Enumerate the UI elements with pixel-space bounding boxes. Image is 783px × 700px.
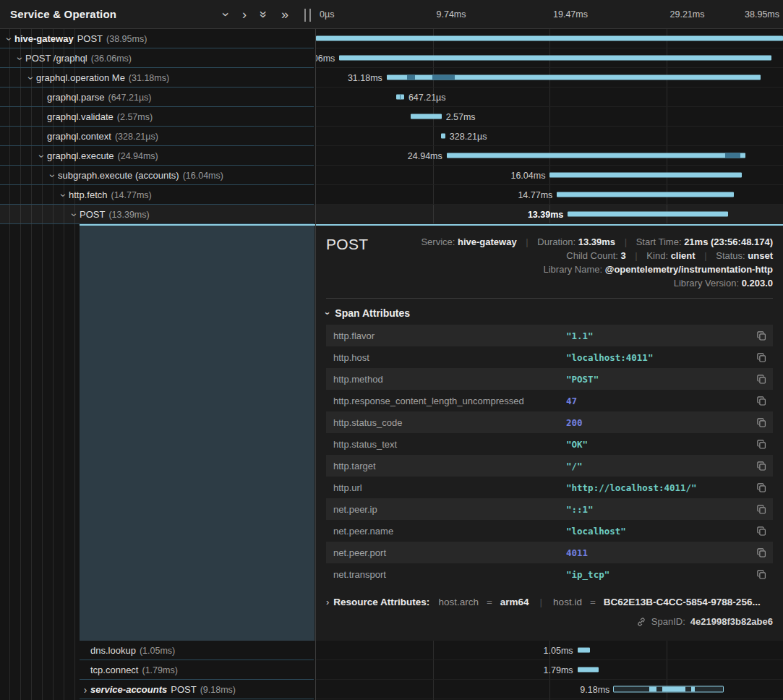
span-row[interactable]: ›hive-gatewayPOST(38.95ms) — [0, 29, 783, 48]
collapse-all-icon[interactable]: » — [257, 10, 270, 17]
span-timeline-cell[interactable]: 31.18ms — [316, 68, 783, 88]
collapse-one-icon[interactable]: › — [220, 12, 233, 17]
span-row[interactable]: ›POST(13.39ms)13.39ms — [0, 205, 783, 224]
span-timeline-cell[interactable]: 2.57ms — [316, 107, 783, 127]
collapse-icon[interactable]: › — [38, 152, 46, 161]
span-row[interactable]: ›http.fetch(14.77ms)14.77ms — [0, 185, 783, 205]
span-name-cell[interactable]: ›http.fetch(14.77ms) — [0, 185, 316, 205]
resource-attributes-row[interactable]: › Resource Attributes: host.arch arm64 h… — [326, 597, 773, 607]
span-operation-label: POST — [171, 684, 196, 695]
span-name-cell[interactable]: ›POST /graphql(36.06ms) — [0, 48, 316, 68]
copy-icon[interactable] — [750, 526, 767, 537]
link-icon[interactable] — [636, 617, 646, 627]
collapse-icon[interactable]: › — [70, 210, 79, 219]
panel-resizer-handle[interactable] — [304, 9, 311, 22]
copy-icon[interactable] — [750, 461, 767, 471]
copy-icon[interactable] — [750, 569, 767, 580]
span-bar[interactable]: 328.21µs — [441, 134, 445, 139]
attribute-key: http.status_text — [333, 439, 566, 450]
span-row[interactable]: tcp.connect(1.79ms)1.79ms — [0, 660, 783, 680]
span-timeline-cell[interactable]: 36.06ms — [316, 48, 783, 68]
collapse-icon[interactable]: › — [59, 191, 68, 200]
span-row[interactable]: graphql.parse(647.21µs)647.21µs — [0, 88, 783, 107]
copy-icon[interactable] — [750, 547, 767, 558]
expand-icon[interactable]: › — [326, 597, 329, 607]
span-duration-label: (16.04ms) — [183, 171, 223, 181]
span-name-cell[interactable]: graphql.validate(2.57ms) — [0, 107, 316, 127]
copy-icon[interactable] — [750, 330, 767, 341]
span-id-row: SpanID: 4e21998f3b82abe6 — [326, 616, 773, 627]
span-timeline-cell[interactable]: 328.21µs — [316, 127, 783, 146]
copy-icon[interactable] — [750, 396, 767, 406]
span-operation-label: graphql.execute — [47, 150, 114, 161]
attribute-row: net.peer.ip"::1" — [326, 498, 773, 520]
span-name-cell[interactable]: graphql.context(328.21µs) — [0, 127, 316, 146]
span-name-cell[interactable]: ›graphql.execute(24.94ms) — [0, 146, 316, 166]
span-name-cell[interactable]: ›graphql.operation Me(31.18ms) — [0, 68, 316, 88]
collapse-icon[interactable]: › — [16, 54, 25, 63]
span-bar[interactable]: 647.21µs — [396, 95, 404, 100]
span-bar[interactable]: 9.18ms — [613, 686, 723, 693]
span-timeline-cell[interactable]: 13.39ms — [316, 205, 783, 224]
span-name-cell[interactable]: tcp.connect(1.79ms) — [0, 660, 316, 680]
span-bar[interactable]: 31.18ms — [387, 75, 761, 80]
expand-all-icon[interactable]: » — [281, 8, 288, 21]
timeline-ruler: 0µs 9.74ms 19.47ms 29.21ms 38.95ms — [316, 0, 783, 28]
span-timeline-cell[interactable]: 24.94ms — [316, 146, 783, 166]
equals-sign — [586, 597, 599, 607]
span-bar[interactable]: 16.04ms — [549, 173, 742, 178]
span-bar[interactable]: 13.39ms — [568, 212, 728, 217]
span-row[interactable]: ›POST /graphql(36.06ms)36.06ms — [0, 48, 783, 68]
span-row[interactable]: ›graphql.execute(24.94ms)24.94ms — [0, 146, 783, 166]
span-name-cell[interactable]: ›subgraph.execute (accounts)(16.04ms) — [0, 166, 316, 185]
span-bar-duration-label: 16.04ms — [510, 170, 545, 180]
collapse-icon[interactable]: › — [5, 35, 14, 43]
copy-icon[interactable] — [750, 374, 767, 385]
span-row[interactable]: ›service-accountsPOST(9.18ms)9.18ms — [0, 680, 783, 699]
span-row[interactable]: ›subgraph.execute (accounts)(16.04ms)16.… — [0, 166, 783, 185]
collapse-icon[interactable]: › — [48, 171, 57, 180]
span-bar[interactable]: 36.06ms — [339, 56, 771, 61]
span-name-cell[interactable]: ›service-accountsPOST(9.18ms) — [0, 680, 316, 699]
span-attributes-toggle[interactable]: › Span Attributes — [326, 307, 773, 319]
span-timeline-cell[interactable]: 1.05ms — [316, 641, 783, 660]
span-timeline-cell[interactable]: 16.04ms — [316, 166, 783, 185]
collapse-icon[interactable]: › — [27, 74, 35, 82]
copy-icon[interactable] — [750, 352, 767, 363]
span-bar[interactable]: 1.05ms — [578, 648, 590, 653]
span-bar[interactable]: 2.57ms — [411, 114, 442, 119]
equals-sign — [483, 597, 496, 607]
span-timeline-cell[interactable]: 1.79ms — [316, 660, 783, 680]
timeline-tick-label: 38.95ms — [745, 0, 779, 28]
span-timeline-cell[interactable]: 647.21µs — [316, 88, 783, 107]
span-bar[interactable] — [316, 36, 783, 41]
span-name-cell[interactable]: ›POST(13.39ms) — [0, 205, 316, 224]
span-timeline-cell[interactable]: 9.18ms — [316, 680, 783, 699]
expand-icon[interactable]: › — [81, 686, 90, 694]
span-name-cell[interactable]: graphql.parse(647.21µs) — [0, 88, 316, 107]
span-row[interactable]: ›graphql.operation Me(31.18ms)31.18ms — [0, 68, 783, 88]
duration-value: 13.39ms — [578, 236, 615, 247]
copy-icon[interactable] — [750, 417, 767, 428]
copy-icon[interactable] — [750, 439, 767, 450]
span-bar[interactable]: 24.94ms — [447, 153, 746, 158]
attribute-row: net.peer.name"localhost" — [326, 520, 773, 542]
span-timeline-cell[interactable]: 14.77ms — [316, 185, 783, 205]
span-bar[interactable]: 14.77ms — [557, 192, 734, 197]
timeline-tick-label: 0µs — [320, 0, 334, 28]
span-name-cell[interactable]: ›hive-gatewayPOST(38.95ms) — [0, 29, 316, 48]
collapse-icon[interactable]: › — [323, 312, 333, 315]
span-row[interactable]: dns.lookup(1.05ms)1.05ms — [0, 641, 783, 660]
span-operation-label: graphql.operation Me — [36, 72, 125, 83]
span-row[interactable]: graphql.validate(2.57ms)2.57ms — [0, 107, 783, 127]
span-duration-label: (13.39ms) — [108, 210, 149, 220]
span-bar[interactable]: 1.79ms — [578, 667, 599, 673]
span-row[interactable]: graphql.context(328.21µs)328.21µs — [0, 127, 783, 146]
copy-icon[interactable] — [750, 504, 767, 515]
span-name-cell[interactable]: dns.lookup(1.05ms) — [0, 641, 316, 660]
copy-icon[interactable] — [750, 482, 767, 493]
expand-one-icon[interactable]: › — [242, 8, 247, 21]
attribute-row: http.url"http://localhost:4011/" — [326, 477, 773, 498]
span-bar-duration-label: 13.39ms — [528, 209, 563, 219]
span-timeline-cell[interactable] — [316, 29, 783, 48]
